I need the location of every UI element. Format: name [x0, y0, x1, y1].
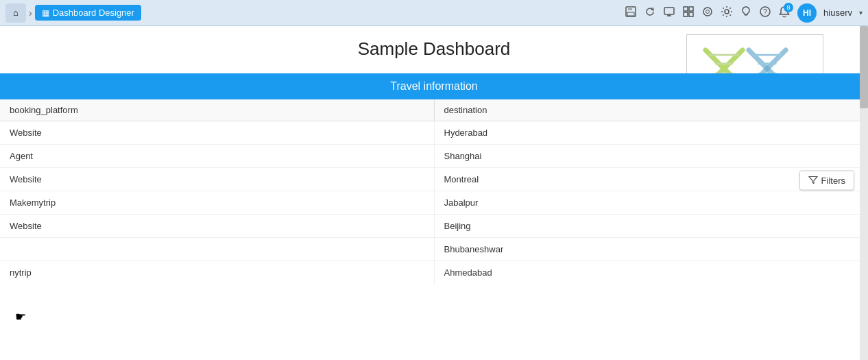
column-header-destination: destination: [434, 99, 868, 121]
nav-right-actions: ? 8 HI hiuserv ▾: [625, 3, 863, 23]
main-content: Sample Dashboard Helical Insight Trav: [0, 26, 868, 360]
filters-label: Filters: [821, 175, 845, 185]
destination-cell: Bhubaneshwar: [434, 238, 868, 261]
monitor-icon: [663, 5, 675, 18]
top-navigation: ⌂ › ▦ Dashboard Designer ?: [0, 0, 868, 26]
scrollbar-track[interactable]: [860, 26, 868, 360]
column-header-booking-platform: booking_platform: [0, 99, 434, 121]
table-row: WebsiteMontreal: [0, 168, 868, 191]
help-button[interactable]: ?: [759, 5, 771, 21]
svg-point-10: [703, 8, 712, 16]
booking-platform-cell: [0, 238, 434, 261]
svg-rect-1: [628, 7, 632, 10]
booking-platform-cell: Website: [0, 168, 434, 191]
booking-platform-cell: Makemytrip: [0, 191, 434, 215]
filters-button[interactable]: Filters: [799, 170, 854, 190]
svg-rect-7: [689, 7, 693, 11]
filter-icon: [808, 176, 818, 185]
save-icon-button[interactable]: [625, 5, 637, 21]
svg-rect-3: [664, 8, 674, 14]
booking-platform-cell: nytrip: [0, 261, 434, 285]
table-row: nytripAhmedabad: [0, 261, 868, 285]
svg-point-12: [725, 10, 729, 14]
user-label[interactable]: hiuserv: [823, 8, 852, 18]
travel-info-table: booking_platform destination WebsiteHyde…: [0, 99, 868, 284]
home-button[interactable]: ⌂: [5, 3, 26, 23]
travel-info-header: Travel information: [0, 73, 868, 99]
refresh-button[interactable]: [644, 5, 656, 21]
svg-text:?: ?: [763, 8, 767, 16]
booking-platform-cell: Website: [0, 215, 434, 238]
dashboard-tab-icon: ▦: [42, 8, 49, 18]
notification-count: 8: [784, 3, 793, 12]
table-row: Bhubaneshwar: [0, 238, 868, 261]
booking-platform-cell: Website: [0, 121, 434, 145]
grid-button[interactable]: [682, 5, 695, 21]
history-icon: [701, 5, 714, 18]
settings-icon: [721, 5, 733, 18]
table-row: WebsiteHyderabad: [0, 121, 868, 145]
bulb-button[interactable]: [740, 5, 752, 21]
svg-point-11: [706, 10, 710, 13]
monitor-button[interactable]: [663, 5, 675, 21]
svg-rect-8: [684, 12, 688, 16]
breadcrumb-chevron: ›: [29, 8, 32, 19]
notification-badge-container[interactable]: 8: [778, 5, 791, 20]
destination-cell: Beijing: [434, 215, 868, 238]
user-dropdown-chevron[interactable]: ▾: [859, 9, 863, 16]
bulb-icon: [740, 5, 752, 18]
travel-info-section: Travel information booking_platform dest…: [0, 73, 868, 284]
home-icon: ⌂: [13, 8, 19, 18]
scrollbar-thumb[interactable]: [860, 26, 868, 108]
table-row: AgentShanghai: [0, 145, 868, 168]
destination-cell: Ahmedabad: [434, 261, 868, 285]
dashboard-tab-label: Dashboard Designer: [53, 8, 134, 18]
booking-platform-cell: Agent: [0, 145, 434, 168]
svg-rect-9: [689, 12, 693, 16]
svg-rect-6: [684, 7, 688, 11]
destination-cell: Jabalpur: [434, 191, 868, 215]
user-avatar[interactable]: HI: [797, 3, 817, 23]
table-row: WebsiteBeijing: [0, 215, 868, 238]
history-button[interactable]: [701, 5, 714, 21]
destination-cell: Shanghai: [434, 145, 868, 168]
destination-cell: Hyderabad: [434, 121, 868, 145]
cursor-indicator: ☛: [15, 309, 26, 324]
settings-button[interactable]: [721, 5, 733, 21]
dashboard-designer-tab[interactable]: ▦ Dashboard Designer: [35, 5, 141, 21]
help-icon: ?: [759, 5, 771, 18]
grid-icon: [682, 5, 695, 18]
save-icon: [625, 5, 637, 18]
table-row: MakemytripJabalpur: [0, 191, 868, 215]
refresh-icon: [644, 5, 656, 18]
svg-rect-2: [627, 12, 634, 16]
